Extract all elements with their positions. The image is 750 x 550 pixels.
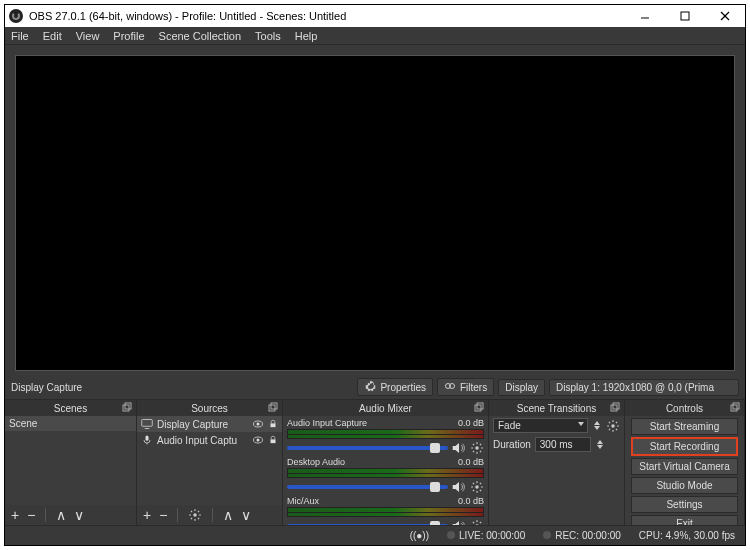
chevron-down-icon [578, 422, 584, 426]
gear-icon[interactable] [470, 441, 484, 455]
control-button-start-streaming[interactable]: Start Streaming [631, 418, 738, 435]
display-value: Display 1: 1920x1080 @ 0,0 (Prima [556, 382, 714, 393]
source-label: Audio Input Captu [157, 435, 237, 446]
menu-file[interactable]: File [11, 30, 29, 42]
source-info-row: Display Capture Properties Filters Displ… [5, 375, 745, 399]
mixer-name: Mic/Aux [287, 496, 319, 506]
svg-point-13 [257, 423, 260, 426]
source-up-button[interactable]: ∧ [223, 508, 233, 522]
source-item-audio[interactable]: Audio Input Captu [137, 432, 282, 448]
eye-icon[interactable] [252, 434, 264, 446]
control-button-start-virtual-camera[interactable]: Start Virtual Camera [631, 458, 738, 475]
scene-up-button[interactable]: ∧ [56, 508, 66, 522]
status-bar: ((●)) LIVE: 00:00:00 REC: 00:00:00 CPU: … [5, 525, 745, 545]
menu-tools[interactable]: Tools [255, 30, 281, 42]
scene-down-button[interactable]: ∨ [74, 508, 84, 522]
gear-icon[interactable] [470, 480, 484, 494]
mixer-title: Audio Mixer [359, 403, 412, 414]
volume-slider[interactable] [287, 446, 448, 450]
mixer-name: Audio Input Capture [287, 418, 367, 428]
live-dot-icon [447, 531, 455, 539]
menu-scene-collection[interactable]: Scene Collection [159, 30, 242, 42]
volume-slider[interactable] [287, 485, 448, 489]
filters-label: Filters [460, 382, 487, 393]
close-button[interactable] [705, 5, 745, 27]
svg-point-22 [475, 446, 479, 450]
svg-point-17 [257, 439, 260, 442]
speaker-icon[interactable] [452, 481, 466, 493]
broadcast-icon: ((●)) [410, 530, 429, 541]
menu-profile[interactable]: Profile [113, 30, 144, 42]
lock-icon[interactable] [268, 435, 278, 445]
menu-help[interactable]: Help [295, 30, 318, 42]
control-button-start-recording[interactable]: Start Recording [631, 437, 738, 456]
mixer-name: Desktop Audio [287, 457, 345, 467]
eye-icon[interactable] [252, 418, 264, 430]
source-label: Display Capture [157, 419, 228, 430]
transition-spin[interactable] [592, 421, 602, 430]
duration-input[interactable]: 300 ms [535, 437, 591, 452]
menu-view[interactable]: View [76, 30, 100, 42]
svg-point-19 [194, 513, 198, 517]
source-add-button[interactable]: + [143, 508, 151, 522]
svg-point-23 [475, 485, 479, 489]
obs-logo-icon [9, 9, 23, 23]
svg-rect-21 [477, 403, 483, 409]
gear-icon[interactable] [606, 419, 620, 433]
filters-icon [444, 381, 456, 393]
control-button-settings[interactable]: Settings [631, 496, 738, 513]
popout-icon[interactable] [730, 402, 740, 412]
properties-label: Properties [380, 382, 426, 393]
svg-rect-29 [733, 403, 739, 409]
controls-title: Controls [666, 403, 703, 414]
display-select[interactable]: Display 1: 1920x1080 @ 0,0 (Prima [549, 379, 739, 396]
transitions-title: Scene Transitions [517, 403, 597, 414]
speaker-icon[interactable] [452, 442, 466, 454]
mixer-db: 0.0 dB [458, 457, 484, 467]
scene-remove-button[interactable]: − [27, 508, 35, 522]
preview-canvas[interactable] [15, 55, 735, 371]
gear-icon[interactable] [188, 508, 202, 522]
preview-area [5, 45, 745, 375]
popout-icon[interactable] [610, 402, 620, 412]
source-item-display[interactable]: Display Capture [137, 416, 282, 432]
volume-slider[interactable] [287, 524, 448, 525]
duration-label: Duration [493, 439, 531, 450]
titlebar: OBS 27.0.1 (64-bit, windows) - Profile: … [5, 5, 745, 27]
svg-rect-8 [269, 405, 275, 411]
source-remove-button[interactable]: − [159, 508, 167, 522]
scene-item[interactable]: Scene [5, 416, 136, 431]
svg-point-27 [611, 424, 615, 428]
svg-rect-20 [475, 405, 481, 411]
transition-value: Fade [498, 420, 521, 431]
duration-spin[interactable] [595, 440, 605, 449]
svg-rect-28 [731, 405, 737, 411]
svg-rect-15 [146, 436, 149, 441]
control-button-exit[interactable]: Exit [631, 515, 738, 525]
scene-add-button[interactable]: + [11, 508, 19, 522]
svg-rect-7 [125, 403, 131, 409]
filters-button[interactable]: Filters [437, 378, 494, 396]
menu-edit[interactable]: Edit [43, 30, 62, 42]
svg-rect-10 [142, 420, 153, 427]
popout-icon[interactable] [268, 402, 278, 412]
minimize-button[interactable] [625, 5, 665, 27]
maximize-button[interactable] [665, 5, 705, 27]
transition-select[interactable]: Fade [493, 418, 588, 433]
svg-rect-18 [271, 439, 276, 443]
rec-status: REC: 00:00:00 [555, 530, 621, 541]
mixer-item: Desktop Audio0.0 dB [283, 455, 488, 494]
mixer-item: Mic/Aux0.0 dB [283, 494, 488, 525]
properties-button[interactable]: Properties [357, 378, 433, 396]
monitor-icon [141, 418, 153, 430]
lock-icon[interactable] [268, 419, 278, 429]
audio-meter [287, 507, 484, 517]
mixer-item: Audio Input Capture0.0 dB [283, 416, 488, 455]
source-down-button[interactable]: ∨ [241, 508, 251, 522]
scene-item-label: Scene [9, 418, 37, 429]
popout-icon[interactable] [122, 402, 132, 412]
sources-title: Sources [191, 403, 228, 414]
selected-source-label: Display Capture [11, 382, 353, 393]
popout-icon[interactable] [474, 402, 484, 412]
control-button-studio-mode[interactable]: Studio Mode [631, 477, 738, 494]
